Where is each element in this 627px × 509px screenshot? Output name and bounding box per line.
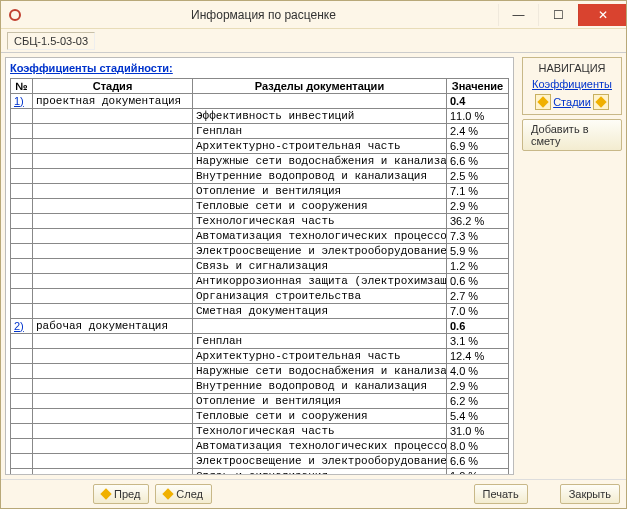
cell-empty	[33, 289, 193, 304]
col-section: Разделы документации	[193, 79, 447, 94]
cell-section: Наружные сети водоснабжения и канализаци…	[193, 154, 447, 169]
table-row: Технологическая часть31.0 %	[11, 424, 509, 439]
cell-value: 2.9 %	[447, 199, 509, 214]
table-row: Наружные сети водоснабжения и канализаци…	[11, 364, 509, 379]
body: Коэффициенты стадийности: № Стадия Разде…	[1, 53, 626, 479]
cell-value: 6.9 %	[447, 139, 509, 154]
cell-section: Технологическая часть	[193, 424, 447, 439]
cell-value: 6.6 %	[447, 154, 509, 169]
cell-empty	[11, 454, 33, 469]
cell-value: 4.0 %	[447, 364, 509, 379]
cell-value: 11.0 %	[447, 109, 509, 124]
diamond-icon	[163, 488, 174, 499]
nav-box: НАВИГАЦИЯ Коэффициенты Стадии	[522, 57, 622, 115]
stage-next-button[interactable]	[593, 94, 609, 110]
close-window-button[interactable]: ✕	[578, 4, 626, 26]
cell-value: 0.6 %	[447, 274, 509, 289]
cell-empty	[11, 304, 33, 319]
stage-section-empty	[193, 94, 447, 109]
print-button[interactable]: Печать	[474, 484, 528, 504]
cell-empty	[33, 199, 193, 214]
stage-num-link[interactable]: 1)	[14, 95, 24, 107]
add-to-estimate-button[interactable]: Добавить в смету	[522, 119, 622, 151]
stage-total: 0.4	[447, 94, 509, 109]
table-row: Сметная документация7.0 %	[11, 304, 509, 319]
cell-empty	[33, 394, 193, 409]
prev-button[interactable]: Пред	[93, 484, 149, 504]
col-value: Значение	[447, 79, 509, 94]
cell-empty	[11, 184, 33, 199]
cell-section: Тепловые сети и сооружения	[193, 199, 447, 214]
cell-empty	[33, 139, 193, 154]
price-code-tab[interactable]: СБЦ-1.5-03-03	[7, 32, 95, 50]
stage-section-empty	[193, 319, 447, 334]
cell-value: 2.7 %	[447, 289, 509, 304]
cell-value: 7.3 %	[447, 229, 509, 244]
cell-empty	[11, 199, 33, 214]
cell-empty	[33, 439, 193, 454]
cell-section: Генплан	[193, 124, 447, 139]
main-scroll[interactable]: Коэффициенты стадийности: № Стадия Разде…	[6, 58, 513, 474]
close-button[interactable]: Закрыть	[560, 484, 620, 504]
cell-section: Автоматизация технологических процессов	[193, 439, 447, 454]
cell-empty	[33, 454, 193, 469]
svg-point-0	[10, 10, 20, 20]
cell-value: 8.0 %	[447, 439, 509, 454]
table-row: Генплан2.4 %	[11, 124, 509, 139]
cell-empty	[33, 349, 193, 364]
add-to-estimate-label: Добавить в смету	[531, 123, 613, 147]
cell-empty	[33, 379, 193, 394]
table-row: Внутренние водопровод и канализация2.5 %	[11, 169, 509, 184]
cell-section: Сметная документация	[193, 304, 447, 319]
table-row: Электроосвещение и электрооборудование6.…	[11, 454, 509, 469]
cell-section: Связь и сигнализация	[193, 469, 447, 475]
col-num: №	[11, 79, 33, 94]
stage-name: проектная документация	[33, 94, 193, 109]
cell-value: 2.9 %	[447, 379, 509, 394]
window-buttons: — ☐ ✕	[498, 4, 626, 26]
prev-label: Пред	[114, 488, 140, 500]
table-row: Электроосвещение и электрооборудование5.…	[11, 244, 509, 259]
cell-empty	[11, 334, 33, 349]
cell-value: 1.0 %	[447, 469, 509, 475]
cell-empty	[33, 154, 193, 169]
maximize-button[interactable]: ☐	[538, 4, 578, 26]
nav-stages-link[interactable]: Стадии	[553, 96, 591, 108]
cell-section: Наружные сети водоснабжения и канализаци…	[193, 364, 447, 379]
cell-empty	[11, 394, 33, 409]
cell-value: 5.9 %	[447, 244, 509, 259]
stage-prev-button[interactable]	[535, 94, 551, 110]
footer: Пред След Печать Закрыть	[1, 479, 626, 508]
cell-value: 6.2 %	[447, 394, 509, 409]
cell-value: 3.1 %	[447, 334, 509, 349]
stage-num-link[interactable]: 2)	[14, 320, 24, 332]
table-header-row: № Стадия Разделы документации Значение	[11, 79, 509, 94]
cell-empty	[11, 409, 33, 424]
table-row: Связь и сигнализация1.0 %	[11, 469, 509, 475]
table-row: Тепловые сети и сооружения5.4 %	[11, 409, 509, 424]
cell-empty	[11, 274, 33, 289]
table-row: Эффективность инвестиций11.0 %	[11, 109, 509, 124]
cell-empty	[11, 169, 33, 184]
cell-section: Эффективность инвестиций	[193, 109, 447, 124]
cell-empty	[33, 124, 193, 139]
cell-empty	[33, 229, 193, 244]
diamond-left-icon	[537, 96, 548, 107]
cell-section: Технологическая часть	[193, 214, 447, 229]
table-row: Архитектурно-строительная часть6.9 %	[11, 139, 509, 154]
cell-empty	[11, 379, 33, 394]
cell-empty	[33, 259, 193, 274]
cell-empty	[33, 109, 193, 124]
cell-empty	[33, 409, 193, 424]
minimize-button[interactable]: —	[498, 4, 538, 26]
cell-value: 36.2 %	[447, 214, 509, 229]
next-button[interactable]: След	[155, 484, 212, 504]
table-row: Тепловые сети и сооружения2.9 %	[11, 199, 509, 214]
table-row: Внутренние водопровод и канализация2.9 %	[11, 379, 509, 394]
section-heading[interactable]: Коэффициенты стадийности:	[10, 62, 173, 74]
table-row: Наружные сети водоснабжения и канализаци…	[11, 154, 509, 169]
cell-section: Отопление и вентиляция	[193, 394, 447, 409]
table-row: Автоматизация технологических процессов8…	[11, 439, 509, 454]
nav-coefficients-link[interactable]: Коэффициенты	[527, 78, 617, 90]
cell-value: 6.6 %	[447, 454, 509, 469]
